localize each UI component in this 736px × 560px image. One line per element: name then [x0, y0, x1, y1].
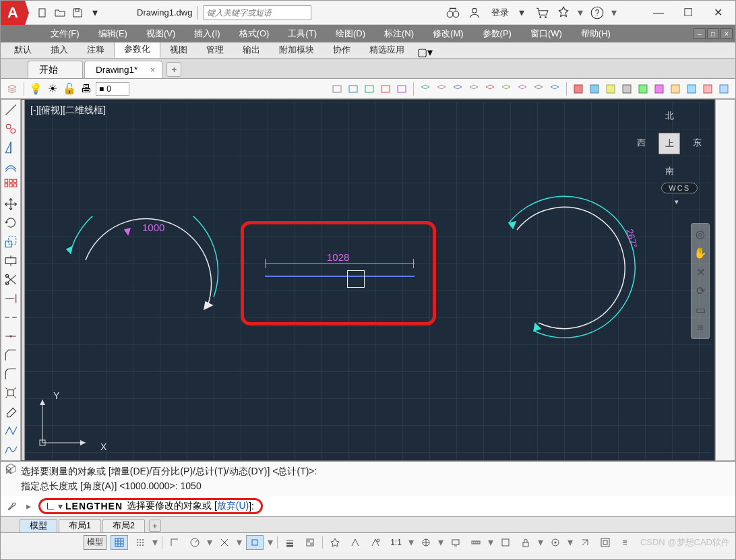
join-icon[interactable]: [3, 329, 18, 344]
nav-more-icon[interactable]: ≡: [693, 321, 708, 336]
zoom-extents-icon[interactable]: ⤧: [693, 264, 708, 279]
menu-help[interactable]: 帮助(H): [572, 25, 620, 42]
cmd-chevron-icon[interactable]: ▸: [22, 500, 34, 512]
cleanscreen-icon[interactable]: [597, 535, 613, 550]
annoscale-icon[interactable]: [347, 535, 363, 550]
layer-match-icon[interactable]: [394, 82, 409, 96]
ribbon-tab-parametric[interactable]: 参数化: [114, 41, 160, 58]
command-history[interactable]: ✕ 选择要测量的对象或 [增量(DE)/百分比(P)/总计(T)/动态(DY)]…: [1, 462, 735, 496]
props-tool-3-icon[interactable]: [603, 82, 618, 96]
vc-south[interactable]: 南: [665, 165, 674, 177]
add-layout-button[interactable]: +: [149, 520, 161, 532]
qp-icon[interactable]: [497, 535, 514, 550]
scale-label[interactable]: 1:1: [388, 535, 404, 550]
annovis-icon[interactable]: [367, 535, 384, 550]
view-cube[interactable]: 北 南 东 西 上: [636, 110, 703, 177]
props-tool-2-icon[interactable]: [587, 82, 602, 96]
array-icon[interactable]: [3, 178, 18, 193]
move-icon[interactable]: [3, 197, 18, 212]
annomon-icon[interactable]: [448, 535, 464, 550]
lock-icon[interactable]: 🔓: [62, 82, 77, 96]
layer-freeze-icon[interactable]: [362, 82, 377, 96]
menu-draw[interactable]: 绘图(D): [326, 25, 375, 42]
mdi-close-button[interactable]: ×: [720, 28, 733, 39]
close-tab-icon[interactable]: ×: [150, 65, 156, 75]
line-icon[interactable]: [3, 102, 18, 117]
layer-iso-icon[interactable]: [346, 82, 361, 96]
layer-tool-4-icon[interactable]: [466, 82, 481, 96]
ortho-toggle-icon[interactable]: [166, 535, 183, 550]
sc-toggle-icon[interactable]: [327, 535, 343, 550]
qat-more-icon[interactable]: ▾: [87, 5, 103, 21]
cart-icon[interactable]: [534, 5, 549, 20]
ws-switch-icon[interactable]: [418, 535, 434, 550]
menu-file[interactable]: 文件(F): [41, 25, 89, 42]
open-icon[interactable]: [52, 5, 68, 21]
menu-parametric[interactable]: 参数(P): [473, 25, 521, 42]
grid-toggle-icon[interactable]: [111, 535, 128, 550]
customize-icon[interactable]: ≡: [617, 535, 632, 550]
doc-tab-start[interactable]: 开始: [28, 61, 83, 78]
osnap-toggle-icon[interactable]: [246, 535, 264, 550]
maximize-button[interactable]: ☐: [673, 3, 703, 22]
rotate-icon[interactable]: [3, 216, 18, 230]
props-tool-8-icon[interactable]: [684, 82, 699, 96]
ribbon-tab-manage[interactable]: 管理: [197, 42, 233, 58]
search-input[interactable]: [204, 5, 311, 20]
vc-north[interactable]: 北: [665, 110, 674, 122]
save-icon[interactable]: [69, 5, 86, 21]
ribbon-tab-insert[interactable]: 插入: [41, 42, 78, 58]
layer-tool-9-icon[interactable]: [547, 82, 562, 96]
drawing-canvas[interactable]: [-][俯视][二维线框] 北 南 东 西 上 WCS ▾ ◎ ✋ ⤧ ⟳ ▭ …: [21, 99, 715, 461]
login-button[interactable]: 登录: [491, 7, 509, 19]
extend-icon[interactable]: [3, 291, 18, 306]
ribbon-tab-output[interactable]: 输出: [233, 42, 270, 58]
layer-tool-2-icon[interactable]: [434, 82, 449, 96]
snap-toggle-icon[interactable]: [132, 535, 148, 550]
layout-tab-model[interactable]: 模型: [20, 519, 57, 532]
dropdown-icon[interactable]: ▾: [516, 7, 528, 19]
layer-tool-8-icon[interactable]: [531, 82, 546, 96]
cmd-close-icon[interactable]: ✕: [5, 464, 13, 479]
menu-format[interactable]: 格式(O): [230, 25, 279, 42]
props-tool-1-icon[interactable]: [571, 82, 586, 96]
close-button[interactable]: ✕: [703, 3, 733, 22]
add-tab-button[interactable]: +: [166, 62, 181, 77]
app-menu-icon[interactable]: [556, 5, 571, 20]
menu-insert[interactable]: 插入(I): [185, 25, 229, 42]
command-input-row[interactable]: ▸ ▾ LENGTHEN 选择要修改的对象或 [放弃(U)]:: [1, 496, 735, 516]
break-icon[interactable]: [3, 310, 18, 325]
mirror-icon[interactable]: [3, 140, 18, 155]
lightbulb-on-icon[interactable]: 💡: [28, 82, 43, 96]
offset-icon[interactable]: [3, 159, 18, 174]
menu-dimension[interactable]: 标注(N): [375, 25, 423, 42]
help-icon[interactable]: ?: [590, 5, 605, 20]
layout-tab-2[interactable]: 布局2: [102, 519, 145, 532]
menu-view[interactable]: 视图(V): [137, 25, 185, 42]
user-icon[interactable]: [467, 5, 482, 20]
mdi-restore-button[interactable]: □: [707, 28, 719, 39]
menu-window[interactable]: 窗口(W): [521, 25, 572, 42]
ribbon-tab-collab[interactable]: 协作: [324, 42, 360, 58]
vc-west[interactable]: 西: [637, 137, 646, 149]
mdi-minimize-button[interactable]: –: [694, 28, 706, 39]
wcs-badge[interactable]: WCS: [661, 183, 698, 193]
trim-icon[interactable]: [3, 272, 18, 287]
copy-icon[interactable]: [3, 121, 18, 136]
menu-edit[interactable]: 编辑(E): [89, 25, 137, 42]
layer-selector[interactable]: ■ 0: [96, 82, 129, 96]
spline-icon[interactable]: [3, 442, 18, 457]
showmotion-icon[interactable]: ▭: [693, 302, 708, 317]
lwt-toggle-icon[interactable]: [282, 535, 298, 550]
minimize-button[interactable]: —: [644, 3, 673, 22]
explode-icon[interactable]: [3, 385, 18, 400]
lock-ui-icon[interactable]: [518, 535, 534, 550]
props-tool-5-icon[interactable]: [636, 82, 650, 96]
layer-tool-6-icon[interactable]: [499, 82, 514, 96]
scale-icon[interactable]: [3, 235, 18, 249]
props-tool-9-icon[interactable]: [700, 82, 715, 96]
menu-modify[interactable]: 修改(M): [423, 25, 473, 42]
stretch-icon[interactable]: [3, 253, 18, 268]
menu-tools[interactable]: 工具(T): [278, 25, 326, 42]
plot-icon[interactable]: 🖶: [79, 82, 94, 96]
